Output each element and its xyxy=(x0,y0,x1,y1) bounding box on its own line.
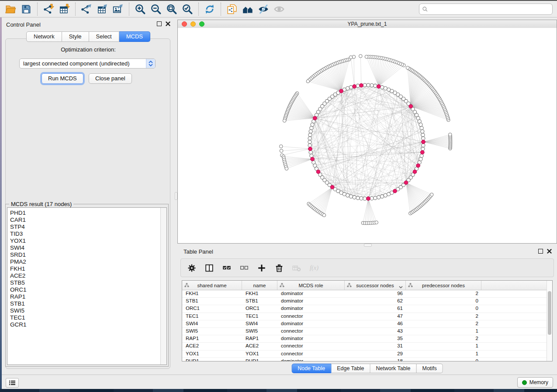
close-panel-button[interactable]: Close panel xyxy=(89,73,132,84)
search-input[interactable] xyxy=(430,5,550,14)
mcds-node[interactable] xyxy=(413,170,417,174)
delete-table-icon[interactable] xyxy=(289,261,304,275)
equation-builder-icon[interactable]: f(x) xyxy=(307,261,322,275)
mcds-node[interactable] xyxy=(416,164,420,168)
create-column-icon[interactable] xyxy=(254,261,269,275)
result-node-item[interactable]: RAP1 xyxy=(7,293,166,300)
table-row[interactable]: ORC1ORC1dominator610 xyxy=(182,305,552,313)
column-options-icon[interactable] xyxy=(184,261,199,275)
network-node[interactable] xyxy=(306,79,310,83)
mcds-node[interactable] xyxy=(422,140,426,144)
network-node[interactable] xyxy=(375,221,378,224)
network-node[interactable] xyxy=(377,196,381,199)
result-node-item[interactable]: GCR1 xyxy=(7,321,166,328)
divider-grabber[interactable] xyxy=(364,244,372,247)
mcds-node[interactable] xyxy=(308,147,312,151)
mcds-node[interactable] xyxy=(409,104,413,108)
mcds-node[interactable] xyxy=(404,181,408,185)
tab-node-table[interactable]: Node Table xyxy=(291,364,331,373)
tab-network-table[interactable]: Network Table xyxy=(370,364,417,373)
table-row[interactable]: YOX1YOX1connector291 xyxy=(182,351,552,358)
mcds-node[interactable] xyxy=(360,83,363,87)
export-image-icon[interactable] xyxy=(110,2,126,16)
network-canvas[interactable] xyxy=(178,28,557,243)
table-row[interactable]: PHD1PHD1dominator180 xyxy=(182,358,552,361)
network-node[interactable] xyxy=(349,86,353,89)
first-neighbors-icon[interactable] xyxy=(240,2,256,16)
mcds-node[interactable] xyxy=(330,185,334,189)
network-node[interactable] xyxy=(322,213,326,217)
tab-mcds[interactable]: MCDS xyxy=(119,31,150,42)
result-node-item[interactable]: PHD1 xyxy=(7,210,166,217)
table-scrollbar[interactable] xyxy=(547,281,552,361)
zoom-selected-icon[interactable] xyxy=(180,2,195,16)
network-node[interactable] xyxy=(367,83,370,87)
result-node-item[interactable]: ACE2 xyxy=(7,272,166,279)
network-node[interactable] xyxy=(422,137,425,140)
network-node[interactable] xyxy=(381,86,384,89)
network-node[interactable] xyxy=(356,84,360,87)
network-node[interactable] xyxy=(310,126,313,130)
result-node-item[interactable]: STP4 xyxy=(7,224,166,230)
network-node[interactable] xyxy=(370,196,374,200)
column-header-shared-name[interactable]: shared name xyxy=(182,281,242,290)
hide-selected-icon[interactable] xyxy=(256,2,271,16)
network-node[interactable] xyxy=(421,147,425,151)
network-node[interactable] xyxy=(359,55,363,58)
tab-select[interactable]: Select xyxy=(89,31,119,42)
select-all-icon[interactable] xyxy=(219,261,234,275)
table-row[interactable]: TEC1TEC1connector472 xyxy=(182,313,552,320)
network-node[interactable] xyxy=(349,56,353,59)
table-row[interactable]: ACE2ACE2connector311 xyxy=(182,343,552,350)
network-node[interactable] xyxy=(363,197,367,200)
mcds-node[interactable] xyxy=(367,197,370,201)
network-node[interactable] xyxy=(309,151,312,154)
save-session-icon[interactable] xyxy=(18,2,34,16)
import-table-icon[interactable] xyxy=(56,2,72,16)
toggle-columns-icon[interactable] xyxy=(202,261,217,275)
result-node-item[interactable]: PMA2 xyxy=(7,258,166,265)
network-node[interactable] xyxy=(360,196,363,200)
column-header-MCDS-role[interactable]: MCDS role xyxy=(277,281,345,290)
mcds-node[interactable] xyxy=(339,89,343,93)
network-node[interactable] xyxy=(421,133,425,137)
tab-motifs[interactable]: Motifs xyxy=(416,364,443,373)
network-node[interactable] xyxy=(374,84,377,87)
network-node[interactable] xyxy=(365,55,368,58)
memory-button[interactable]: Memory xyxy=(517,377,553,388)
zoom-fit-icon[interactable] xyxy=(164,2,180,16)
result-node-item[interactable]: YOX1 xyxy=(7,237,166,244)
result-node-item[interactable]: ORC1 xyxy=(7,286,166,293)
mcds-node[interactable] xyxy=(353,85,356,89)
table-row[interactable]: RAP1RAP1dominator352 xyxy=(182,335,552,343)
close-panel-icon[interactable] xyxy=(166,21,170,26)
tab-network[interactable]: Network xyxy=(26,31,62,42)
mcds-node[interactable] xyxy=(377,85,381,89)
refresh-view-icon[interactable] xyxy=(202,2,218,16)
float-panel-icon[interactable] xyxy=(538,249,543,254)
result-node-item[interactable]: FKH1 xyxy=(7,265,166,272)
result-node-item[interactable]: SWI4 xyxy=(7,244,166,251)
result-node-item[interactable]: TEC1 xyxy=(7,314,166,321)
search-box[interactable] xyxy=(419,3,553,15)
network-node[interactable] xyxy=(285,167,288,170)
network-node[interactable] xyxy=(374,196,377,199)
result-node-item[interactable]: SRD1 xyxy=(7,251,166,258)
close-panel-icon[interactable] xyxy=(547,249,552,254)
network-titlebar[interactable]: YPA_prune.txt_1 xyxy=(178,20,557,28)
run-mcds-button[interactable]: Run MCDS xyxy=(42,73,83,84)
result-node-item[interactable]: TID3 xyxy=(7,230,166,237)
table-row[interactable]: FKH1FKH1dominator962 xyxy=(182,290,552,298)
column-header-name[interactable]: name xyxy=(242,281,277,290)
network-node[interactable] xyxy=(420,154,423,158)
zoom-out-icon[interactable] xyxy=(148,2,164,16)
automation-panel-button[interactable] xyxy=(6,378,19,388)
network-node[interactable] xyxy=(381,195,384,198)
network-node[interactable] xyxy=(280,145,283,148)
export-table-icon[interactable] xyxy=(94,2,110,16)
column-header-predecessor-nodes[interactable]: predecessor nodes xyxy=(406,281,481,290)
unselect-all-icon[interactable] xyxy=(237,261,252,275)
network-node[interactable] xyxy=(349,195,353,198)
column-header-successor-nodes[interactable]: successor nodes xyxy=(345,281,406,290)
mcds-node[interactable] xyxy=(311,157,315,161)
